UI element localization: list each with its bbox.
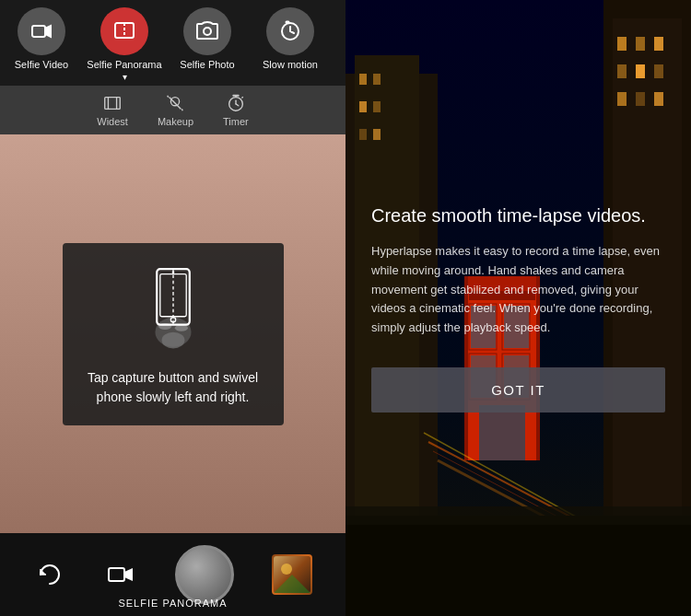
bottom-mode-label: SELFIE PANORAMA <box>0 598 346 609</box>
selfie-panorama-icon-circle <box>100 7 148 55</box>
swivel-phone-icon <box>136 257 210 358</box>
phone-illustration <box>136 262 210 354</box>
makeup-tool[interactable]: Makeup <box>158 93 193 127</box>
mode-selector: Selfie Video Selfie Panorama ▾ Selfie Ph… <box>0 0 346 86</box>
thumbnail-image-icon <box>274 556 310 593</box>
svg-point-22 <box>161 331 184 348</box>
svg-line-18 <box>241 97 242 98</box>
video-record-button[interactable] <box>104 558 137 591</box>
svg-marker-29 <box>124 568 133 581</box>
svg-rect-0 <box>32 26 45 37</box>
selfie-video-label: Selfie Video <box>15 59 69 71</box>
capture-button[interactable] <box>175 545 234 604</box>
selfie-photo-icon-circle <box>183 7 231 55</box>
slow-motion-icon-circle <box>266 7 314 55</box>
rotate-button[interactable] <box>33 558 66 591</box>
right-panel: Create smooth time-lapse videos. Hyperla… <box>346 0 691 616</box>
overlay-body: Hyperlapse makes it easy to record a tim… <box>371 242 665 338</box>
svg-rect-28 <box>109 568 124 581</box>
mode-slow-motion[interactable]: Slow motion <box>249 7 332 71</box>
instruction-text: Tap capture button and swivel phone slow… <box>77 368 269 407</box>
overlay-title: Create smooth time-lapse videos. <box>371 203 665 227</box>
widest-icon <box>102 93 123 113</box>
mode-selfie-photo[interactable]: Selfie Photo <box>166 7 249 71</box>
sub-toolbar: Widest Makeup Timer <box>0 86 346 134</box>
selfie-video-icon-circle <box>18 7 65 55</box>
svg-point-9 <box>171 98 180 106</box>
mode-selfie-video[interactable]: Selfie Video <box>0 7 83 71</box>
svg-line-11 <box>168 96 169 98</box>
timer-label: Timer <box>223 116 249 127</box>
mode-selfie-panorama[interactable]: Selfie Panorama ▾ <box>83 7 166 82</box>
widest-label: Widest <box>97 116 128 127</box>
makeup-label: Makeup <box>158 116 193 127</box>
rotate-icon <box>37 562 63 587</box>
viewfinder: Tap capture button and swivel phone slow… <box>0 134 346 533</box>
svg-point-32 <box>281 564 292 575</box>
left-panel: Selfie Video Selfie Panorama ▾ Selfie Ph… <box>0 0 346 616</box>
svg-line-15 <box>236 104 239 106</box>
chevron-down-icon: ▾ <box>123 72 127 82</box>
svg-marker-1 <box>45 26 51 37</box>
svg-rect-6 <box>105 98 121 110</box>
selfie-panorama-label: Selfie Panorama <box>87 59 161 71</box>
svg-point-27 <box>171 271 174 273</box>
timer-tool[interactable]: Timer <box>223 93 249 127</box>
got-it-button[interactable]: GOT IT <box>371 367 665 413</box>
slow-motion-label: Slow motion <box>263 59 318 71</box>
bottom-controls: SELFIE PANORAMA <box>0 533 346 616</box>
svg-point-4 <box>204 28 211 35</box>
svg-line-12 <box>182 110 183 111</box>
overlay-content: Create smooth time-lapse videos. Hyperla… <box>346 0 691 616</box>
selfie-photo-label: Selfie Photo <box>180 59 234 71</box>
instruction-box: Tap capture button and swivel phone slow… <box>63 243 284 425</box>
timer-icon <box>226 93 246 113</box>
widest-tool[interactable]: Widest <box>97 93 128 127</box>
video-camera-icon <box>108 564 134 585</box>
makeup-icon <box>165 93 185 113</box>
gallery-thumbnail[interactable] <box>272 554 312 595</box>
